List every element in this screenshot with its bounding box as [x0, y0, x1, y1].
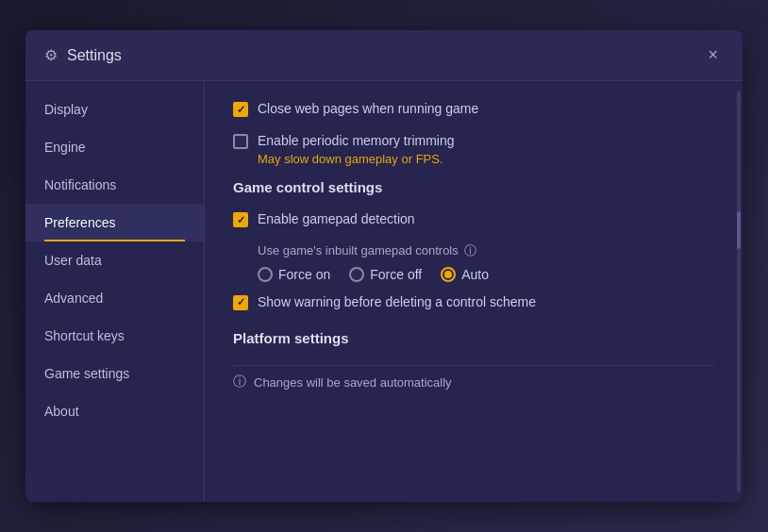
sidebar-item-about[interactable]: About — [25, 392, 204, 430]
help-icon: ⓘ — [464, 242, 476, 259]
warning-delete-label: Show warning before deleting a control s… — [258, 293, 536, 312]
info-text: Changes will be saved automatically — [254, 375, 452, 390]
scrollbar-thumb[interactable] — [737, 211, 741, 249]
warning-delete-row: Show warning before deleting a control s… — [233, 293, 714, 312]
gamepad-detection-row: Enable gamepad detection — [233, 210, 714, 229]
close-button[interactable]: × — [702, 43, 724, 67]
sidebar-item-display[interactable]: Display — [25, 91, 204, 128]
content-area: Close web pages when running game Enable… — [205, 81, 743, 417]
close-webpages-checkbox[interactable] — [233, 102, 248, 117]
radio-auto-button[interactable] — [441, 267, 456, 282]
memory-trim-checkbox[interactable] — [233, 134, 248, 149]
sidebar-item-engine[interactable]: Engine — [25, 128, 204, 166]
gamepad-detection-checkbox[interactable] — [233, 212, 248, 227]
warning-delete-checkbox[interactable] — [233, 295, 248, 310]
gamepad-detection-checkbox-wrap — [233, 212, 248, 227]
gamepad-detection-label: Enable gamepad detection — [258, 210, 415, 229]
radio-auto-label: Auto — [461, 267, 489, 282]
memory-trim-text-block: Enable periodic memory trimming May slow… — [258, 132, 455, 167]
platform-title: Platform settings — [233, 330, 714, 346]
radio-force-on[interactable]: Force on — [258, 267, 330, 282]
memory-trim-label: Enable periodic memory trimming — [258, 132, 455, 151]
radio-force-off[interactable]: Force off — [349, 267, 422, 282]
radio-force-off-button[interactable] — [349, 267, 364, 282]
close-webpages-label: Close web pages when running game — [258, 100, 478, 119]
info-icon: ⓘ — [233, 374, 246, 391]
sidebar-item-preferences[interactable]: Preferences — [25, 204, 204, 241]
info-row: ⓘ Changes will be saved automatically — [233, 365, 714, 398]
settings-icon: ⚙ — [44, 46, 58, 64]
sidebar-item-shortcut-keys[interactable]: Shortcut keys — [25, 317, 204, 355]
content-wrapper: Close web pages when running game Enable… — [205, 81, 743, 502]
radio-group: Force on Force off Auto — [258, 267, 489, 282]
game-control-title: Game control settings — [233, 179, 714, 195]
memory-trim-warning: May slow down gameplay or FPS. — [258, 152, 455, 166]
radio-group-row: Force on Force off Auto — [258, 267, 714, 282]
warning-delete-checkbox-wrap — [233, 295, 248, 310]
memory-trim-row: Enable periodic memory trimming May slow… — [233, 132, 714, 167]
sidebar-item-game-settings[interactable]: Game settings — [25, 355, 204, 392]
sidebar: Display Engine Notifications Preferences… — [25, 81, 205, 502]
gamepad-sublabel-text: Use game's inbuilt gamepad controls — [258, 243, 459, 258]
radio-auto[interactable]: Auto — [441, 267, 489, 282]
radio-force-off-label: Force off — [370, 267, 422, 282]
dialog-header: ⚙ Settings × — [25, 30, 743, 81]
radio-force-on-button[interactable] — [258, 267, 273, 282]
sidebar-item-user-data[interactable]: User data — [25, 241, 204, 279]
memory-trim-checkbox-wrap — [233, 134, 248, 149]
gamepad-sublabel-row: Use game's inbuilt gamepad controls ⓘ — [258, 242, 714, 259]
dialog-body: Display Engine Notifications Preferences… — [25, 81, 743, 502]
close-webpages-row: Close web pages when running game — [233, 100, 714, 119]
radio-force-on-label: Force on — [278, 267, 330, 282]
scrollbar-track[interactable] — [737, 91, 741, 492]
dialog-title: Settings — [67, 47, 702, 64]
sidebar-item-advanced[interactable]: Advanced — [25, 279, 204, 317]
settings-dialog: ⚙ Settings × Display Engine Notification… — [25, 30, 743, 502]
close-webpages-checkbox-wrap — [233, 102, 248, 117]
sidebar-item-notifications[interactable]: Notifications — [25, 166, 204, 204]
